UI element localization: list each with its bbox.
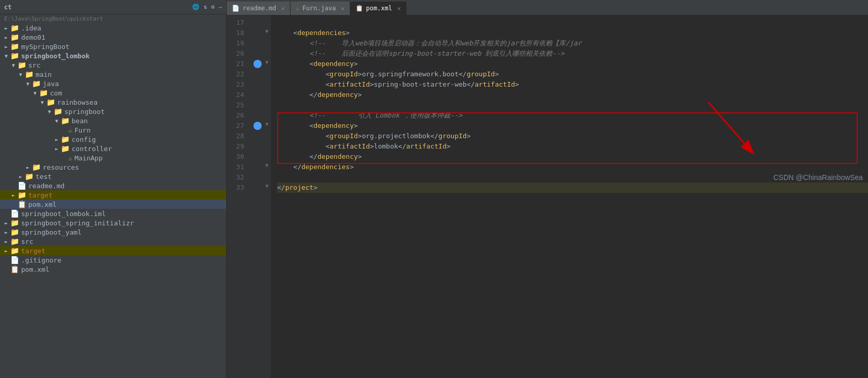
tree-item-pom_xml2[interactable]: ►📋pom.xml (0, 265, 226, 274)
tree-arrow-target[interactable]: ► (9, 192, 18, 198)
tree-arrow-main[interactable]: ▼ (16, 72, 25, 77)
tree-icon-springboot_lombok: 📁 (10, 52, 19, 60)
tree-icon-main: 📁 (25, 70, 33, 78)
tree-item-MainApp[interactable]: ►☕MainApp (0, 153, 226, 162)
tree-icon-readme_md: 📄 (18, 182, 26, 190)
tree-arrow-springboot_spring_initializr[interactable]: ► (2, 220, 10, 226)
line-number-20: 20 (227, 48, 248, 59)
tree-icon-target: 📁 (18, 191, 26, 199)
tree-item-java[interactable]: ▼📁java (0, 79, 226, 88)
tree-label-test: test (36, 173, 52, 180)
tree-item-springboot_spring_initializr[interactable]: ►📁springboot_spring_initializr (0, 218, 226, 227)
tree-arrow-demo01[interactable]: ► (2, 35, 10, 40)
tree-icon-MainApp: ☕ (68, 154, 72, 162)
tree-item-test[interactable]: ►📁test (0, 172, 226, 181)
tab-readme-close[interactable]: ✕ (281, 5, 285, 12)
tree-arrow-java[interactable]: ▼ (24, 81, 32, 87)
tree-arrow-rainbowsea[interactable]: ▼ (38, 100, 46, 105)
tree-icon-springboot_lombok_iml: 📄 (10, 209, 19, 218)
tree-arrow-springboot_lombok[interactable]: ▼ (2, 53, 10, 59)
tree-label-idea: .idea (21, 24, 41, 32)
tree-icon-resources: 📁 (32, 163, 41, 171)
tree-item-rainbowsea[interactable]: ▼📁rainbowsea (0, 97, 226, 107)
tree-item-src2[interactable]: ►📁src (0, 237, 226, 246)
tree-item-springboot[interactable]: ▼📁springboot (0, 107, 226, 116)
tree-item-springboot_lombok[interactable]: ▼📁springboot_lombok (0, 51, 226, 60)
tree-item-src[interactable]: ▼📁src (0, 60, 226, 70)
tree-icon-rainbowsea: 📁 (46, 98, 55, 106)
tree-arrow-idea[interactable]: ► (2, 25, 10, 31)
tree-item-pom_xml[interactable]: ►📋pom.xml (0, 200, 226, 209)
tree-item-Furn[interactable]: ►☕Furn (0, 125, 226, 135)
tab-furn[interactable]: ☕ Furn.java ✕ (291, 2, 350, 15)
tree-item-readme_md[interactable]: ►📄readme.md (0, 181, 226, 190)
code-line-25 (277, 100, 868, 110)
tree-item-gitignore[interactable]: ►📄.gitignore (0, 255, 226, 265)
tab-furn-close[interactable]: ✕ (341, 5, 345, 12)
tab-pom-close[interactable]: ✕ (397, 5, 401, 12)
tree-arrow-mySpringBoot[interactable]: ► (2, 44, 10, 50)
tab-readme[interactable]: 📄 readme.md ✕ (227, 2, 291, 15)
tree-label-controller: controller (72, 145, 112, 153)
tree-item-controller[interactable]: ►📁controller (0, 144, 226, 153)
tree-item-target[interactable]: ►📁target (0, 190, 226, 200)
line-number-21: 21 (227, 59, 248, 69)
tree-item-springboot_lombok_iml[interactable]: ►📄springboot_lombok.iml (0, 209, 226, 218)
tree-item-bean[interactable]: ▼📁bean (0, 116, 226, 125)
tree-label-resources: resources (43, 163, 79, 171)
tree-arrow-src2[interactable]: ► (2, 239, 10, 244)
tree-icon-idea: 📁 (10, 24, 19, 32)
minimize-icon[interactable]: — (218, 4, 222, 10)
sidebar: ct 🌐 ⇅ ⚙ — E:\Java\SpringBoot\quickstart… (0, 0, 227, 378)
editor-gutter (252, 15, 263, 378)
tree-item-springboot_yaml[interactable]: ►📁springboot_yaml (0, 227, 226, 237)
tab-pom[interactable]: 📋 pom.xml ✕ (350, 2, 406, 15)
tree-arrow-target2[interactable]: ► (2, 248, 10, 254)
fold-column: ▼▼▼▼▼ (263, 15, 271, 378)
tree-item-config[interactable]: ►📁config (0, 135, 226, 144)
tree-item-main[interactable]: ▼📁main (0, 70, 226, 79)
settings-icon[interactable]: ⚙ (211, 4, 215, 10)
code-area[interactable]: <dependencies> <!-- 导入web项目场景启动器：会自动导入和w… (271, 15, 868, 378)
tree-icon-target2: 📁 (10, 246, 19, 255)
tree-label-springboot_yaml: springboot_yaml (21, 228, 81, 236)
tree-item-demo01[interactable]: ►📁demo01 (0, 32, 226, 42)
tree-label-target2: target (21, 247, 45, 255)
globe-icon[interactable]: 🌐 (192, 4, 199, 10)
line-number-26: 26 (227, 110, 248, 121)
fold-cell-22 (263, 67, 271, 77)
fold-cell-32 (263, 170, 271, 180)
code-line-33: </project> (277, 183, 868, 193)
tree-arrow-springboot[interactable]: ▼ (45, 109, 54, 114)
tree-item-com[interactable]: ▼📁com (0, 88, 226, 97)
project-path: E:\Java\SpringBoot\quickstart (0, 14, 226, 23)
tree-icon-springboot_yaml: 📁 (10, 228, 19, 236)
tree-arrow-test[interactable]: ► (16, 174, 25, 179)
line-number-31: 31 (227, 162, 248, 172)
tree-arrow-springboot_yaml[interactable]: ► (2, 229, 10, 235)
tree-icon-controller: 📁 (61, 144, 70, 153)
tree-label-springboot_lombok_iml: springboot_lombok.iml (21, 210, 106, 218)
tree-icon-gitignore: 📄 (10, 256, 19, 264)
line-numbers: 1718192021222324252627282930313233 (227, 15, 252, 378)
tree-label-bean: bean (72, 117, 88, 125)
tree-arrow-src[interactable]: ▼ (9, 62, 18, 68)
tree-item-target2[interactable]: ►📁target (0, 246, 226, 255)
tree-arrow-bean[interactable]: ▼ (53, 118, 61, 124)
code-line-23: <artifactId>spring-boot-starter-web</art… (277, 79, 868, 90)
line-number-29: 29 (227, 141, 248, 152)
tree-item-mySpringBoot[interactable]: ►📁mySpringBoot (0, 42, 226, 51)
tree-arrow-config[interactable]: ► (53, 137, 61, 142)
sync-icon[interactable]: ⇅ (203, 4, 207, 10)
tree-arrow-resources[interactable]: ► (24, 165, 32, 170)
tree-arrow-controller[interactable]: ► (53, 146, 61, 152)
tree-item-resources[interactable]: ►📁resources (0, 162, 226, 172)
tree-arrow-com[interactable]: ▼ (31, 90, 39, 96)
line-number-22: 22 (227, 69, 248, 79)
code-line-24: </dependency> (277, 90, 868, 100)
tree-label-src2: src (21, 238, 33, 245)
code-line-20: <!-- 后面还会在说明spring-boot-starter-web 到底引入… (277, 48, 868, 59)
tree-icon-mySpringBoot: 📁 (10, 42, 19, 51)
md-icon: 📄 (232, 5, 240, 12)
tree-item-idea[interactable]: ►📁.idea (0, 23, 226, 32)
